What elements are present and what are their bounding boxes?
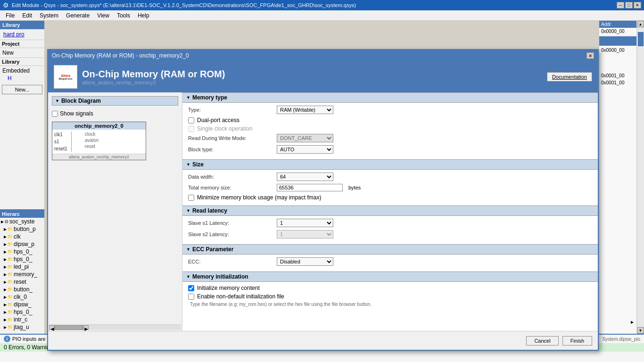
menu-tools[interactable]: Tools [113, 11, 134, 20]
read-write-row: Read During Write Mode: DONT_CARE [188, 134, 592, 142]
dialog-header-left: Altera MegaCore On-Chip Memory (RAM or R… [54, 65, 225, 89]
init-content-row: Initialize memory content [188, 285, 592, 291]
memory-type-header[interactable]: ▼ Memory type [182, 92, 598, 103]
init-content-checkbox[interactable] [188, 285, 194, 291]
total-memory-input[interactable] [277, 184, 343, 191]
dialog-body: ▼ Block Diagram Show signals onchip_memo… [48, 92, 598, 331]
component-block: onchip_memory2_0 clk1 s1 reset1 clock av… [52, 122, 146, 160]
slave-s2-select[interactable]: 1 [277, 230, 333, 239]
new-item[interactable]: New [2, 49, 42, 57]
hier-button2[interactable]: ▶📁button_ [0, 286, 44, 293]
menu-file[interactable]: File [2, 11, 18, 20]
ecc-select[interactable]: Disabled Enabled [277, 257, 333, 266]
scroll-down-btn[interactable]: ▼ [637, 327, 644, 334]
component-title: onchip_memory2_0 [52, 122, 146, 130]
type-row: Type: RAM (Writable) ROM (Read-only) [188, 106, 592, 114]
port-reset1: reset1 [54, 146, 67, 152]
hier-dipsw[interactable]: ▶📁dipsw_p [0, 240, 44, 248]
hier-jtag[interactable]: ▶📁jtag_u [0, 323, 44, 331]
memory-init-header[interactable]: ▼ Memory initialization [182, 272, 598, 282]
hier-clk0[interactable]: ▶📁clk_0 [0, 293, 44, 301]
read-write-select[interactable]: DONT_CARE [277, 134, 333, 142]
data-width-select[interactable]: 8 16 32 64 128 [277, 173, 333, 181]
hier-button-p[interactable]: ▶📁button_p [0, 225, 44, 233]
scroll-track[interactable] [637, 27, 644, 327]
dialog-header: Altera MegaCore On-Chip Memory (RAM or R… [48, 61, 598, 92]
show-signals-checkbox[interactable] [52, 111, 58, 117]
read-latency-header[interactable]: ▼ Read latency [182, 206, 598, 216]
dialog-main-title: On-Chip Memory (RAM or ROM) [82, 69, 225, 80]
ecc-field-label: ECC: [188, 259, 273, 264]
single-clock-checkbox[interactable] [188, 126, 194, 132]
project-label: Project [2, 41, 19, 47]
menu-system[interactable]: System [36, 11, 62, 20]
hard-pro-item[interactable]: hard pro [1, 31, 43, 38]
megacore-logo-text: Altera MegaCore [58, 74, 72, 80]
hier-hps-0b[interactable]: ▶📁hps_0_ [0, 255, 44, 263]
minimize-label: Minimize memory block usage (may impact … [197, 194, 321, 201]
scrollbar-thumb[interactable] [55, 325, 83, 330]
addr-header: Addr [599, 21, 636, 28]
ecc-header[interactable]: ▼ ECC Parameter [182, 244, 598, 255]
menu-generate[interactable]: Generate [62, 11, 93, 20]
dialog-header-info: On-Chip Memory (RAM or ROM) altera_avalo… [82, 69, 225, 85]
read-write-label: Read During Write Mode: [188, 135, 273, 141]
menu-view[interactable]: View [93, 11, 113, 20]
scroll-thumb[interactable] [638, 32, 644, 46]
block-diagram-header[interactable]: ▼ Block Diagram [52, 96, 178, 106]
size-label: Size [192, 161, 204, 168]
info-icon: i [4, 336, 10, 342]
read-latency-content: Slave s1 Latency: 1 2 Slave s2 Latency: … [182, 216, 598, 244]
right-scrollbar[interactable]: ▲ ▼ [636, 21, 644, 334]
hier-led-pi[interactable]: ▶📁led_pi [0, 263, 44, 271]
maximize-button[interactable]: □ [625, 2, 633, 8]
documentation-button[interactable]: Documentation [547, 72, 592, 82]
hier-soc-system[interactable]: ▶⊟soc_syste [0, 218, 44, 225]
h-item[interactable]: H [2, 74, 42, 82]
dialog-close-button[interactable]: ✕ [586, 52, 594, 59]
block-diagram-collapse[interactable]: ▼ [55, 99, 59, 103]
hier-hps-0a[interactable]: ▶📁hps_0_ [0, 248, 44, 255]
hier-led2[interactable]: ▶📁led_pi [0, 331, 44, 332]
embedded-item[interactable]: Embedded [2, 67, 42, 74]
type-select[interactable]: RAM (Writable) ROM (Read-only) [277, 106, 333, 114]
hier-clk[interactable]: ▶📁clk [0, 233, 44, 240]
minimize-button[interactable]: ─ [617, 2, 624, 8]
cancel-button[interactable]: Cancel [526, 336, 558, 346]
memory-type-collapse-icon: ▼ [186, 95, 190, 100]
scroll-right-btn[interactable]: ► [83, 325, 89, 330]
scroll-left-btn[interactable]: ◄ [49, 325, 55, 330]
component-ports: clk1 s1 reset1 clock avalon reset [52, 130, 146, 154]
address-column: Addr 0x0000_00 0x0000_00 0x0001_00 0x000… [599, 21, 636, 334]
horizontal-scrollbar[interactable]: ◄ ► [49, 324, 181, 330]
data-width-row: Data width: 8 16 32 64 128 [188, 173, 592, 181]
hier-hps0c[interactable]: ▶📁hps_0_ [0, 308, 44, 316]
init-file-checkbox[interactable] [188, 294, 194, 300]
slave-s1-select[interactable]: 1 2 [277, 219, 333, 227]
component-footer: altera_avalon_onchip_memory2 [52, 154, 146, 160]
hier-dipsw2[interactable]: ▶📁dipsw_ [0, 301, 44, 308]
type-label: Type: [188, 107, 273, 113]
dual-port-checkbox[interactable] [188, 117, 194, 123]
size-header[interactable]: ▼ Size [182, 159, 598, 170]
minimize-checkbox[interactable] [188, 195, 194, 201]
finish-button[interactable]: Finish [562, 336, 592, 346]
hier-intr[interactable]: ▶📁intr_c [0, 316, 44, 323]
menu-edit[interactable]: Edit [18, 11, 36, 20]
block-type-label: Block type: [188, 147, 273, 152]
scroll-up-btn[interactable]: ▲ [637, 21, 644, 27]
memory-type-content: Type: RAM (Writable) ROM (Read-only) Dua… [182, 103, 598, 159]
close-button[interactable]: ✕ [634, 2, 641, 8]
hint-text: Type the filename (e.g: my_rom.hex) or s… [188, 302, 592, 307]
library-panel: Library hard pro Project New Library Emb… [0, 21, 45, 209]
ecc-content: ECC: Disabled Enabled [182, 255, 598, 272]
dialog-title-text: On-Chip Memory (RAM or ROM) - onchip_mem… [52, 52, 189, 59]
block-type-select[interactable]: AUTO [277, 145, 333, 154]
slave-s1-row: Slave s1 Latency: 1 2 [188, 219, 592, 227]
port-clock: clock [85, 132, 99, 137]
menu-help[interactable]: Help [134, 11, 153, 20]
hier-memory[interactable]: ▶📁memory_ [0, 271, 44, 278]
addr-scroll-right[interactable]: ▶ [631, 320, 636, 324]
hier-reset[interactable]: ▶📁reset [0, 278, 44, 286]
new-button[interactable]: New... [2, 85, 42, 94]
